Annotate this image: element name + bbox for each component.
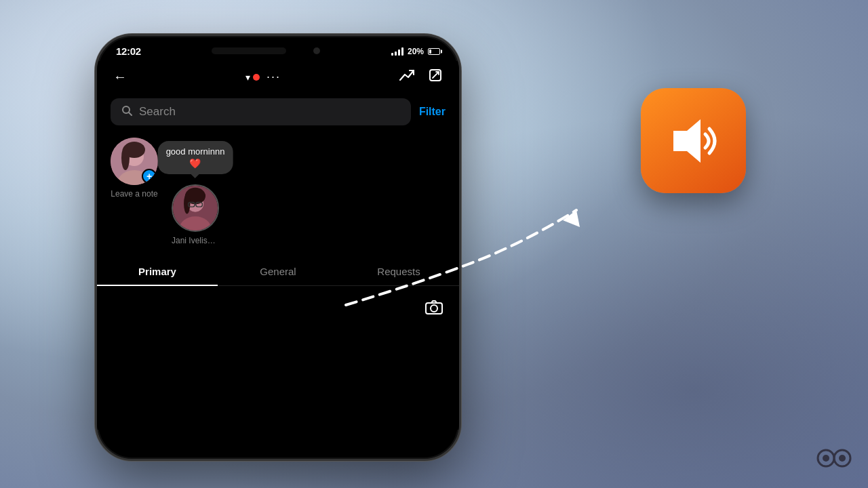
dynamic-island-pill (212, 47, 286, 54)
bar4 (401, 47, 403, 56)
story-item-jani[interactable]: good morninnn ❤️ (172, 175, 219, 245)
svg-marker-20 (673, 119, 701, 163)
bar3 (398, 49, 400, 56)
tab-general[interactable]: General (218, 258, 338, 285)
camera-icon[interactable] (425, 300, 443, 319)
status-time: 12:02 (116, 45, 141, 57)
svg-point-8 (121, 146, 130, 170)
battery-icon (428, 48, 440, 55)
signal-bars-icon (391, 47, 403, 56)
battery-percent: 20% (408, 47, 424, 56)
front-camera (313, 47, 320, 54)
tabs-row: Primary General Requests (97, 258, 459, 286)
notification-dot (253, 74, 260, 81)
battery-fill (429, 49, 431, 54)
speaker-icon (663, 114, 724, 168)
notch-area (212, 46, 320, 57)
tab-primary[interactable]: Primary (97, 258, 218, 285)
search-placeholder: Search (139, 105, 176, 119)
search-icon (121, 105, 132, 119)
add-story-button[interactable]: + (142, 169, 157, 184)
svg-line-1 (433, 73, 438, 78)
story-note-popup: good morninnn ❤️ (158, 141, 233, 174)
stories-row: + Leave a note good morninnn ❤️ (97, 131, 459, 252)
phone-frame: 12:02 20% ← ▾ (95, 34, 461, 461)
svg-point-23 (823, 455, 829, 462)
app-content: ← ▾ ··· (97, 61, 459, 430)
note-heart: ❤️ (166, 158, 225, 169)
bar1 (391, 53, 393, 56)
nav-right (399, 68, 443, 86)
story-avatar-jani (172, 184, 219, 232)
svg-marker-19 (563, 210, 580, 227)
story-avatar-girl1: + (111, 138, 158, 185)
filter-button[interactable]: Filter (419, 106, 446, 118)
bottom-camera-area (97, 286, 459, 332)
bar2 (395, 52, 397, 56)
story-item-leave-note[interactable]: + Leave a note (111, 138, 158, 199)
nav-center: ▾ ··· (245, 70, 281, 84)
nav-bar: ← ▾ ··· (97, 61, 459, 93)
avatar-image-jani (173, 186, 218, 230)
tab-requests[interactable]: Requests (338, 258, 459, 285)
story-label-jani: Jani Ivelisse ... (172, 236, 219, 245)
status-icons: 20% (391, 47, 440, 56)
nav-dropdown[interactable]: ▾ (245, 72, 260, 83)
speaker-app-icon (641, 88, 746, 193)
back-button[interactable]: ← (113, 69, 127, 85)
more-options-icon[interactable]: ··· (267, 70, 281, 84)
svg-point-18 (431, 305, 437, 312)
svg-point-24 (839, 455, 846, 462)
svg-point-13 (184, 193, 190, 214)
trending-icon[interactable] (399, 69, 414, 85)
story-label-leave-note: Leave a note (111, 189, 157, 199)
search-container: Search Filter (97, 93, 459, 131)
bottom-logo (814, 445, 854, 474)
compose-icon[interactable] (428, 68, 443, 86)
svg-line-3 (129, 113, 132, 115)
note-text-line1: good morninnn (166, 146, 225, 158)
status-bar: 12:02 20% (97, 36, 459, 61)
search-bar[interactable]: Search (111, 98, 411, 125)
chevron-down-icon: ▾ (245, 72, 250, 83)
